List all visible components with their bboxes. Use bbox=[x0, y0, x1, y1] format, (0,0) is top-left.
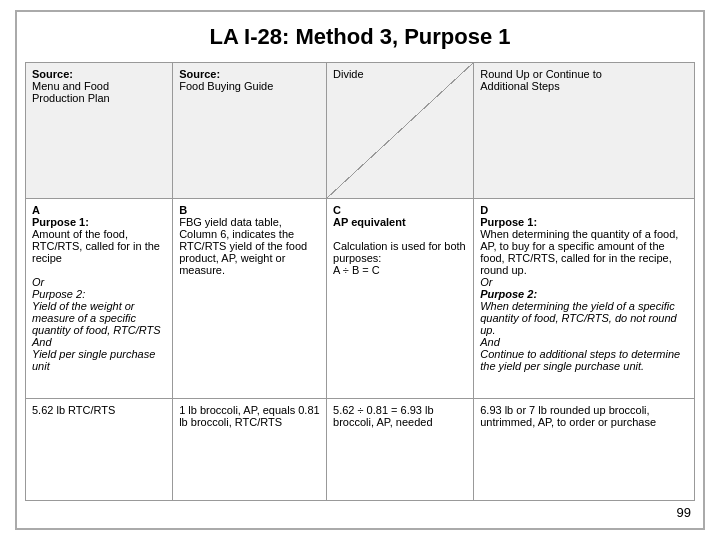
header-col4-label: Round Up or Continue toAdditional Steps bbox=[480, 68, 602, 92]
content-col1-purpose2-text: Yield of the weight or measure of a spec… bbox=[32, 300, 161, 336]
slide-container: LA I-28: Method 3, Purpose 1 Source: Men… bbox=[15, 10, 705, 530]
header-col1-sub: Menu and FoodProduction Plan bbox=[32, 80, 110, 104]
content-col1-purpose1-label: Purpose 1: bbox=[32, 216, 89, 228]
content-col3-ap: AP equivalent bbox=[333, 216, 406, 228]
content-col1-yield: Yield per single purchase unit bbox=[32, 348, 155, 372]
header-col3: Divide bbox=[327, 63, 474, 199]
header-col3-label: Divide bbox=[333, 68, 364, 80]
content-col2-text: FBG yield data table, Column 6, indicate… bbox=[179, 216, 307, 276]
header-col1-label: Source: bbox=[32, 68, 73, 80]
content-col1-or: Or bbox=[32, 276, 44, 288]
content-col2: B FBG yield data table, Column 6, indica… bbox=[173, 199, 327, 399]
slide-title: LA I-28: Method 3, Purpose 1 bbox=[25, 20, 695, 54]
main-table: Source: Menu and FoodProduction Plan Sou… bbox=[25, 62, 695, 501]
header-col1: Source: Menu and FoodProduction Plan bbox=[26, 63, 173, 199]
example-col1: 5.62 lb RTC/RTS bbox=[26, 399, 173, 501]
content-col1-purpose2-label: Purpose 2: bbox=[32, 288, 85, 300]
header-row: Source: Menu and FoodProduction Plan Sou… bbox=[26, 63, 695, 199]
content-col4-or: Or bbox=[480, 276, 492, 288]
content-col3-calc: Calculation is used for both purposes:A … bbox=[333, 240, 466, 276]
content-col4-purpose1-text: When determining the quantity of a food,… bbox=[480, 228, 678, 276]
content-col4-letter: D bbox=[480, 204, 488, 216]
header-col2: Source: Food Buying Guide bbox=[173, 63, 327, 199]
example-col4: 6.93 lb or 7 lb rounded up broccoli, unt… bbox=[474, 399, 695, 501]
example-col3: 5.62 ÷ 0.81 = 6.93 lb broccoli, AP, need… bbox=[327, 399, 474, 501]
page-number: 99 bbox=[25, 505, 695, 520]
content-col1-purpose1-text: Amount of the food, RTC/RTS, called for … bbox=[32, 228, 160, 264]
content-col1: A Purpose 1: Amount of the food, RTC/RTS… bbox=[26, 199, 173, 399]
content-col1-and: And bbox=[32, 336, 52, 348]
content-col1-letter: A bbox=[32, 204, 40, 216]
example-row: 5.62 lb RTC/RTS 1 lb broccoli, AP, equal… bbox=[26, 399, 695, 501]
header-col4: Round Up or Continue toAdditional Steps bbox=[474, 63, 695, 199]
content-col4-purpose1-label: Purpose 1: bbox=[480, 216, 537, 228]
content-row: A Purpose 1: Amount of the food, RTC/RTS… bbox=[26, 199, 695, 399]
header-col2-label: Source: bbox=[179, 68, 220, 80]
content-col4: D Purpose 1: When determining the quanti… bbox=[474, 199, 695, 399]
header-col2-sub: Food Buying Guide bbox=[179, 80, 273, 92]
content-col4-continue: Continue to additional steps to determin… bbox=[480, 348, 680, 372]
content-col3: C AP equivalent Calculation is used for … bbox=[327, 199, 474, 399]
example-col2: 1 lb broccoli, AP, equals 0.81 lb brocco… bbox=[173, 399, 327, 501]
content-col4-purpose2-text: When determining the yield of a specific… bbox=[480, 300, 677, 336]
content-col4-purpose2-label: Purpose 2: bbox=[480, 288, 537, 300]
content-col2-letter: B bbox=[179, 204, 187, 216]
content-col4-and: And bbox=[480, 336, 500, 348]
content-col3-letter: C bbox=[333, 204, 341, 216]
